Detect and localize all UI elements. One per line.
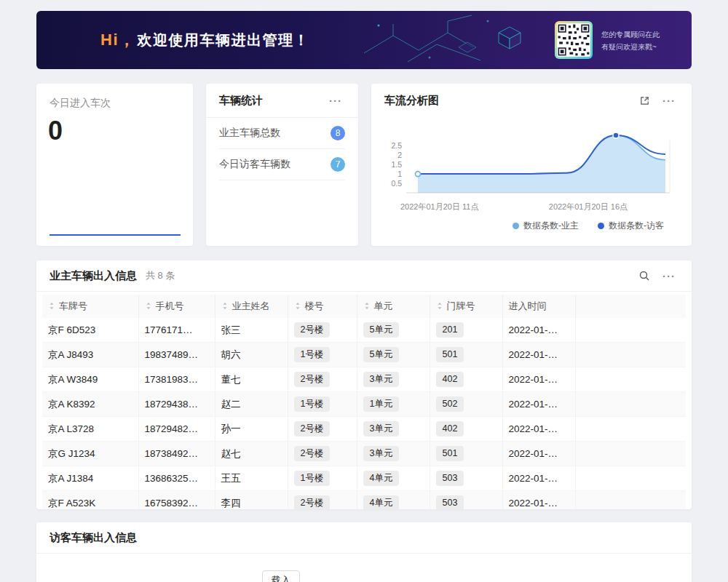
sort-icon <box>363 301 371 312</box>
table-cell: 赵二 <box>215 392 288 417</box>
banner-greeting: Hi，欢迎使用车辆进出管理！ <box>100 29 309 51</box>
table-cell: 京A J1384 <box>42 466 138 491</box>
column-header[interactable]: 业主姓名 <box>215 295 288 318</box>
table-cell: 京F 6D523 <box>42 318 138 343</box>
column-header <box>575 295 686 318</box>
table-cell: 3单元 <box>357 367 430 392</box>
x-axis-label-right: 2022年01月20日 16点 <box>549 202 628 212</box>
visitor-table-title: 访客车辆出入信息 <box>50 531 137 545</box>
table-cell <box>575 442 686 466</box>
qr-code[interactable] <box>555 21 593 59</box>
more-menu-icon[interactable]: ··· <box>326 91 345 110</box>
table-cell: 4单元 <box>357 491 430 510</box>
column-header-label: 业主姓名 <box>232 300 270 311</box>
table-cell: 2号楼 <box>288 367 357 392</box>
cell-tag: 2号楼 <box>294 495 331 509</box>
table-cell: 18729438… <box>138 392 215 417</box>
export-icon[interactable] <box>635 91 654 110</box>
table-header-row: 车牌号手机号业主姓名楼号单元门牌号进入时间 <box>42 295 686 318</box>
table-cell: 502 <box>430 392 502 417</box>
x-axis-labels: 2022年01月20日 11点 2022年01月20日 16点 <box>384 200 678 212</box>
legend-item[interactable]: 数据条数-访客 <box>598 220 664 232</box>
table-cell: 京A K8392 <box>42 392 138 417</box>
stat-row: 业主车辆总数8 <box>219 118 345 149</box>
y-tick-label: 2 <box>397 151 402 159</box>
table-cell: 京A W3849 <box>42 367 138 392</box>
sort-icon <box>436 301 443 312</box>
start-point-marker <box>416 172 421 177</box>
search-icon[interactable] <box>635 266 654 285</box>
table-cell: 501 <box>430 343 502 367</box>
column-header[interactable]: 楼号 <box>288 295 357 318</box>
owner-vehicles-table: 车牌号手机号业主姓名楼号单元门牌号进入时间京F 6D5231776171…张三2… <box>42 295 686 509</box>
column-header-label: 单元 <box>374 300 393 311</box>
table-cell: 1号楼 <box>288 343 357 367</box>
cell-tag: 5单元 <box>363 347 400 362</box>
table-cell: 2号楼 <box>288 491 357 510</box>
table-cell <box>575 491 686 510</box>
table-cell: 18729482… <box>138 417 215 442</box>
owner-table-count: 共 8 条 <box>146 269 635 282</box>
table-cell <box>575 318 686 343</box>
cell-tag: 503 <box>436 495 464 509</box>
column-header-label: 手机号 <box>156 300 184 311</box>
table-cell: 5单元 <box>357 343 430 367</box>
x-axis-label-left: 2022年01月20日 11点 <box>400 202 478 212</box>
table-cell: 2022-01-… <box>502 466 575 491</box>
table-cell: 503 <box>430 466 502 491</box>
table-cell: 董七 <box>215 367 288 392</box>
welcome-banner: Hi，欢迎使用车辆进出管理！ <box>36 11 692 69</box>
owner-series-area <box>418 135 665 193</box>
table-cell: 京A J8493 <box>42 343 138 367</box>
qr-caption-line2: 有疑问欢迎来戳~ <box>601 41 660 53</box>
cell-tag: 402 <box>436 372 464 387</box>
table-row: 京A W384917381983…董七2号楼3单元4022022-01-… <box>42 367 686 392</box>
column-header-label: 进入时间 <box>509 300 547 311</box>
table-cell: 2022-01-… <box>502 367 575 392</box>
column-header[interactable]: 手机号 <box>138 295 215 318</box>
today-entries-card: 今日进入车次 0 <box>36 84 193 246</box>
table-row: 京G J123418738492…赵七2号楼3单元5012022-01-… <box>42 442 686 466</box>
table-row: 京A J849319837489…胡六1号楼5单元5012022-01-… <box>42 343 686 367</box>
table-cell: 2号楼 <box>288 442 357 466</box>
table-cell <box>575 417 686 442</box>
cell-tag: 1单元 <box>363 396 400 412</box>
visitor-vehicles-card: 访客车辆出入信息 载入 <box>36 522 692 582</box>
column-header[interactable]: 门牌号 <box>430 295 502 318</box>
table-cell: 赵七 <box>215 442 288 466</box>
load-button-partial[interactable]: 载入 <box>262 570 300 582</box>
y-tick-label: 2.5 <box>391 141 402 150</box>
cell-tag: 3单元 <box>363 446 400 461</box>
cell-tag: 501 <box>436 446 464 461</box>
table-cell: 2号楼 <box>288 318 357 343</box>
table-row: 京F 6D5231776171…张三2号楼5单元2012022-01-… <box>42 318 686 343</box>
sort-icon <box>221 301 229 312</box>
sort-icon <box>48 301 55 312</box>
legend-label: 数据条数-访客 <box>609 220 664 232</box>
table-cell <box>575 367 686 392</box>
table-cell: 2022-01-… <box>502 442 575 466</box>
more-menu-icon[interactable]: ··· <box>660 91 678 110</box>
qr-caption-line1: 您的专属顾问在此 <box>601 28 660 41</box>
table-row: 京A L372818729482…孙一2号楼3单元4022022-01-… <box>42 417 686 442</box>
table-cell: 2022-01-… <box>502 318 575 343</box>
sort-icon <box>145 301 152 312</box>
table-cell: 张三 <box>215 318 288 343</box>
y-tick-label: 0.5 <box>391 179 402 188</box>
table-cell: 2022-01-… <box>502 417 575 442</box>
table-cell: 孙一 <box>215 417 288 442</box>
table-cell: 李四 <box>215 491 288 510</box>
table-cell: 1号楼 <box>288 466 357 491</box>
vehicle-stats-card: 车辆统计 ··· 业主车辆总数8今日访客车辆数7 <box>206 84 358 246</box>
table-cell: 2号楼 <box>288 417 357 442</box>
today-entries-value: 0 <box>48 116 181 146</box>
qr-caption: 您的专属顾问在此 有疑问欢迎来戳~ <box>601 28 660 53</box>
more-menu-icon[interactable]: ··· <box>660 266 678 285</box>
table-row: 京F A523K16758392…李四2号楼4单元5032022-01-… <box>42 491 686 510</box>
cell-tag: 1号楼 <box>294 471 331 486</box>
column-header[interactable]: 车牌号 <box>42 295 138 318</box>
column-header[interactable]: 单元 <box>357 295 430 318</box>
legend-item[interactable]: 数据条数-业主 <box>513 220 579 232</box>
stat-badge: 7 <box>331 157 345 172</box>
cell-tag: 1号楼 <box>294 347 331 362</box>
